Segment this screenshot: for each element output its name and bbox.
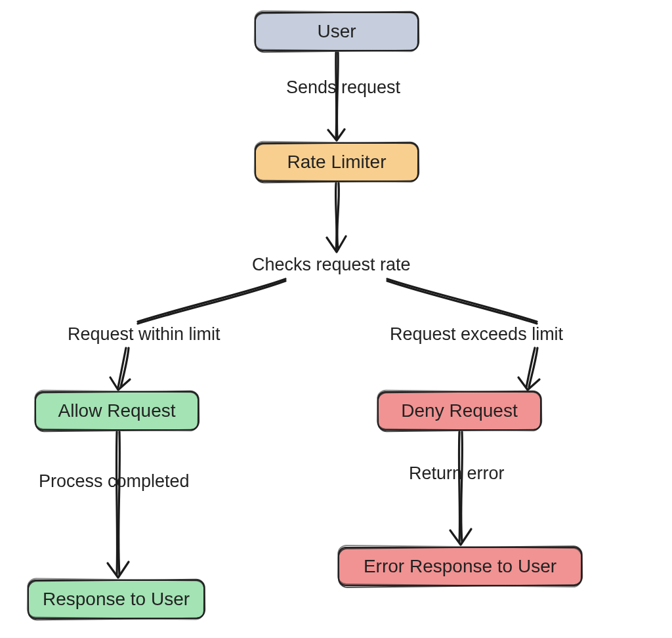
label-within-limit: Request within limit — [68, 324, 220, 345]
node-response-to-user: Response to User — [28, 580, 205, 619]
arrow-process-completed — [108, 432, 129, 578]
node-user-label: User — [317, 21, 356, 42]
label-return-error: Return error — [409, 463, 505, 484]
label-process-completed: Process completed — [39, 471, 190, 492]
label-exceeds-limit: Request exceeds limit — [390, 324, 563, 345]
node-allow-request-label: Allow Request — [58, 400, 176, 421]
arrow-return-error — [450, 432, 471, 545]
arrow-checks-request-rate — [327, 183, 346, 252]
node-rate-limiter: Rate Limiter — [255, 142, 419, 182]
label-checks-request-rate: Checks request rate — [252, 255, 411, 275]
node-allow-request: Allow Request — [35, 391, 199, 431]
node-rate-limiter-label: Rate Limiter — [287, 152, 387, 173]
node-error-response-to-user: Error Response to User — [338, 547, 582, 586]
node-deny-request: Deny Request — [377, 391, 541, 431]
node-error-response-to-user-label: Error Response to User — [364, 556, 556, 577]
node-user: User — [255, 12, 419, 51]
label-sends-request: Sends request — [286, 77, 400, 98]
node-deny-request-label: Deny Request — [401, 400, 517, 421]
node-response-to-user-label: Response to User — [43, 589, 190, 610]
